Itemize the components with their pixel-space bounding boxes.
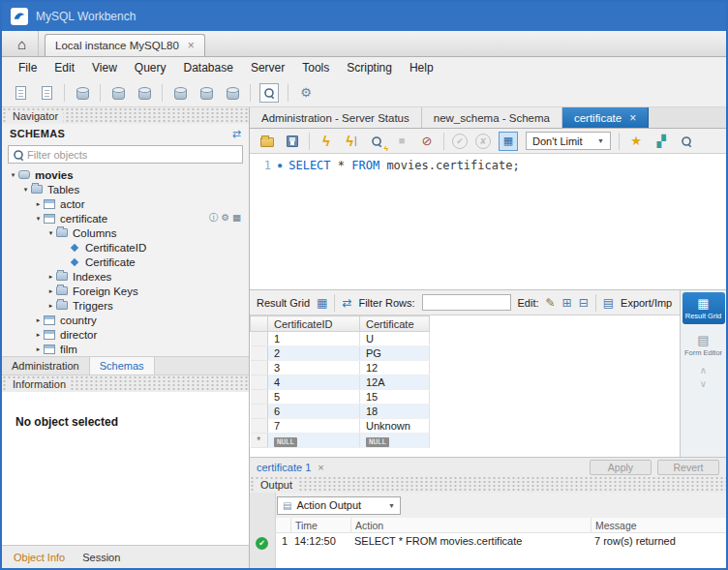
- menu-scripting[interactable]: Scripting: [338, 61, 401, 75]
- tree-item-columns[interactable]: ▾ Columns: [2, 225, 249, 240]
- collapse-arrow-icon[interactable]: ▸: [33, 316, 44, 324]
- migration-icon[interactable]: [224, 83, 241, 103]
- save-script-icon[interactable]: [284, 132, 301, 151]
- sql-editor[interactable]: 1 ● SELECT * FROM movies.certificate;: [250, 154, 726, 290]
- output-column-time[interactable]: Time: [290, 518, 350, 532]
- commit-icon[interactable]: ✔: [452, 134, 468, 149]
- row-selector[interactable]: [251, 390, 268, 405]
- new-connection-icon[interactable]: [74, 83, 91, 103]
- menu-tools[interactable]: Tools: [293, 61, 338, 75]
- insert-row-icon[interactable]: ⊞: [562, 297, 572, 309]
- tree-item-table-actor[interactable]: ▸ actor: [2, 196, 249, 211]
- tab-new-schema[interactable]: new_schema - Schema: [422, 107, 562, 128]
- collapse-arrow-icon[interactable]: ▸: [46, 302, 56, 310]
- result-tab-certificate-1[interactable]: certificate 1 ×: [257, 462, 324, 473]
- row-selector[interactable]: [251, 405, 268, 419]
- expand-arrow-icon[interactable]: ▾: [20, 186, 31, 194]
- row-selector[interactable]: [251, 375, 268, 390]
- beautify-query-icon[interactable]: ▞: [652, 132, 670, 151]
- restore-icon[interactable]: [197, 83, 215, 103]
- save-snippet-icon[interactable]: ★: [627, 132, 645, 151]
- search-objects-icon[interactable]: [259, 83, 279, 103]
- autocommit-toggle-icon[interactable]: ▦: [499, 132, 518, 151]
- open-script-icon[interactable]: [258, 132, 276, 151]
- find-panel-icon[interactable]: [678, 132, 695, 151]
- table-info-icon[interactable]: ⓘ: [209, 212, 219, 225]
- tree-item-column-certificate[interactable]: ▸ Certificate: [2, 255, 249, 269]
- collapse-arrow-icon[interactable]: ▸: [33, 345, 44, 353]
- menu-server[interactable]: Server: [242, 61, 293, 75]
- explain-plan-icon[interactable]: ϟ: [368, 132, 385, 151]
- export-icon[interactable]: ▤: [603, 297, 614, 309]
- expand-arrow-icon[interactable]: ▾: [8, 171, 18, 179]
- result-grid-view-button[interactable]: ▦ Result Grid: [682, 292, 725, 324]
- open-sql-file-icon[interactable]: [38, 83, 55, 103]
- new-row-marker[interactable]: *: [251, 434, 268, 448]
- form-editor-view-button[interactable]: ▤ Form Editor: [682, 329, 725, 361]
- collapse-arrow-icon[interactable]: ▸: [33, 331, 44, 339]
- menu-database[interactable]: Database: [175, 61, 242, 75]
- revert-button[interactable]: Revert: [657, 460, 719, 475]
- tab-certificate[interactable]: certificate ×: [562, 107, 649, 128]
- tree-item-table-director[interactable]: ▸ director: [2, 327, 249, 342]
- tree-item-foreign-keys[interactable]: ▸ Foreign Keys: [2, 284, 249, 298]
- output-row[interactable]: 1 14:12:50 SELECT * FROM movies.certific…: [275, 533, 726, 549]
- tab-administration[interactable]: Administration: [2, 357, 90, 375]
- scroll-down-icon[interactable]: ∨: [700, 379, 707, 388]
- menu-query[interactable]: Query: [126, 61, 175, 75]
- apply-button[interactable]: Apply: [590, 460, 652, 475]
- scroll-up-icon[interactable]: ∧: [700, 366, 707, 375]
- output-column-message[interactable]: Message: [591, 518, 726, 532]
- tree-item-table-certificate[interactable]: ▾ certificate ⓘ ⚙ ▦: [2, 211, 249, 225]
- edit-record-icon[interactable]: ✎: [546, 297, 556, 309]
- output-type-select[interactable]: ▤ Action Output ▼: [277, 496, 401, 515]
- stop-query-icon[interactable]: ■: [393, 132, 410, 151]
- tree-item-indexes[interactable]: ▸ Indexes: [2, 269, 249, 284]
- row-selector[interactable]: [251, 332, 268, 346]
- row-selector[interactable]: [251, 419, 268, 434]
- menu-help[interactable]: Help: [401, 61, 442, 75]
- connection-tab[interactable]: Local instance MySQL80 ×: [45, 34, 205, 56]
- close-icon[interactable]: ×: [318, 462, 323, 473]
- tab-object-info[interactable]: Object Info: [14, 552, 65, 563]
- rollback-icon[interactable]: ✘: [475, 134, 491, 149]
- column-header-certificate[interactable]: Certificate: [360, 316, 430, 332]
- tab-schemas[interactable]: Schemas: [90, 357, 155, 375]
- tree-item-column-certificateid[interactable]: ▸ CertificateID: [2, 240, 249, 255]
- stop-on-error-toggle-icon[interactable]: ⊘: [418, 132, 436, 151]
- grid-corner-cell[interactable]: [251, 316, 268, 332]
- filter-rows-input[interactable]: [422, 294, 511, 311]
- menu-view[interactable]: View: [83, 61, 126, 75]
- table-data-icon[interactable]: ▦: [232, 212, 241, 225]
- row-selector[interactable]: [251, 346, 268, 361]
- data-import-icon[interactable]: [136, 83, 153, 103]
- close-icon[interactable]: ×: [188, 40, 195, 51]
- home-button[interactable]: ⌂: [6, 31, 39, 56]
- collapse-arrow-icon[interactable]: ▸: [46, 273, 56, 281]
- collapse-arrow-icon[interactable]: ▸: [46, 287, 56, 295]
- output-column-action[interactable]: Action: [350, 518, 591, 532]
- refresh-grid-icon[interactable]: ⇄: [342, 297, 351, 309]
- preferences-icon[interactable]: ⚙: [297, 83, 315, 103]
- delete-row-icon[interactable]: ⊟: [579, 297, 589, 309]
- expand-arrow-icon[interactable]: ▾: [33, 215, 44, 223]
- tree-item-tables[interactable]: ▾ Tables: [2, 182, 249, 196]
- collapse-arrow-icon[interactable]: ▸: [33, 200, 44, 208]
- refresh-schemas-icon[interactable]: ⇄: [232, 128, 241, 140]
- execute-current-statement-icon[interactable]: ϟ|: [343, 132, 360, 151]
- row-limit-select[interactable]: Don't Limit ▼: [526, 132, 611, 150]
- execute-query-icon[interactable]: ϟ: [318, 132, 335, 151]
- column-header-certificateid[interactable]: CertificateID: [268, 316, 360, 332]
- tab-server-status[interactable]: Administration - Server Status: [250, 107, 422, 128]
- backup-icon[interactable]: [171, 83, 189, 103]
- tree-item-triggers[interactable]: ▸ Triggers: [2, 298, 249, 313]
- close-icon[interactable]: ×: [629, 111, 636, 125]
- tab-session[interactable]: Session: [82, 552, 120, 563]
- tree-item-table-country[interactable]: ▸ country: [2, 313, 249, 327]
- tree-item-table-film[interactable]: ▸ film: [2, 342, 249, 356]
- menu-file[interactable]: File: [10, 61, 46, 75]
- row-selector[interactable]: [251, 361, 268, 375]
- create-schema-icon[interactable]: [109, 83, 127, 103]
- menu-edit[interactable]: Edit: [46, 61, 83, 75]
- new-sql-tab-icon[interactable]: [12, 83, 29, 103]
